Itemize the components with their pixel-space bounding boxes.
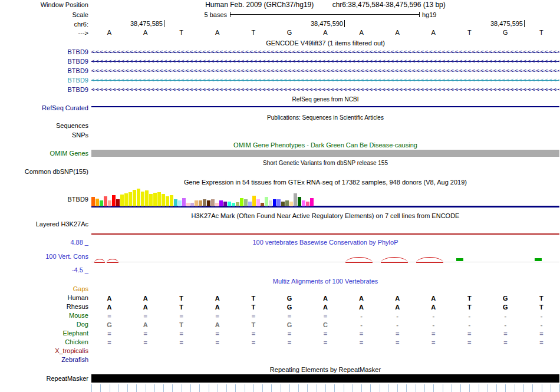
- gtex-expression-bar[interactable]: [289, 202, 293, 206]
- multiz-alignment-row[interactable]: [91, 356, 559, 365]
- gtex-expression-bar[interactable]: [269, 200, 272, 206]
- gtex-expression-bar[interactable]: [207, 200, 210, 206]
- gtex-expression-bar[interactable]: [137, 189, 140, 206]
- alignment-base: [452, 356, 487, 365]
- gtex-expression-bar[interactable]: [219, 200, 223, 206]
- gtex-expression-bar[interactable]: [149, 194, 153, 206]
- gtex-expression-bar[interactable]: [244, 199, 248, 206]
- guideline-tick: [416, 384, 416, 392]
- refseq-gene-bar[interactable]: [91, 106, 559, 107]
- gtex-expression-bar[interactable]: [186, 203, 190, 206]
- alignment-base: A: [199, 294, 235, 303]
- gtex-expression-bar[interactable]: [124, 193, 128, 206]
- alignment-base: T: [523, 294, 559, 303]
- multiz-alignment-row[interactable]: AATATGAAAATGT: [91, 294, 559, 303]
- alignment-base: -: [452, 321, 487, 330]
- gtex-expression-bar[interactable]: [195, 200, 198, 206]
- conservation-positive-mark: [535, 258, 542, 261]
- gtex-expression-bar[interactable]: [261, 203, 264, 206]
- guideline-tick: [245, 384, 245, 392]
- gtex-expression-bar[interactable]: [302, 200, 305, 206]
- alignment-base: =: [235, 312, 271, 321]
- multiz-alignment-row[interactable]: [91, 347, 559, 356]
- multiz-alignment-row[interactable]: =============: [91, 338, 559, 347]
- gtex-expression-bar[interactable]: [240, 198, 243, 206]
- gtex-expression-bar[interactable]: [108, 200, 111, 206]
- gtex-expression-bar[interactable]: [95, 199, 99, 206]
- gtex-expression-bar[interactable]: [104, 196, 107, 206]
- gtex-expression-bar[interactable]: [145, 190, 149, 206]
- gtex-expression-bar[interactable]: [223, 202, 227, 206]
- gtex-expression-bar[interactable]: [281, 202, 285, 206]
- gtex-expression-bar[interactable]: [211, 199, 215, 206]
- gtex-expression-bar[interactable]: [112, 195, 116, 206]
- gtex-expression-bar[interactable]: [153, 193, 157, 206]
- gtex-expression-bar[interactable]: [174, 199, 177, 206]
- alignment-base: [199, 356, 235, 365]
- gtex-expression-bar[interactable]: [100, 200, 103, 206]
- alignment-base: [380, 285, 416, 294]
- omim-gene-bar[interactable]: [91, 150, 559, 157]
- alignment-base: [307, 347, 343, 356]
- gtex-expression-bar[interactable]: [248, 202, 252, 206]
- alignment-base: =: [452, 330, 487, 338]
- scale-bar: [230, 12, 420, 17]
- gtex-expression-bar[interactable]: [252, 196, 256, 206]
- gtex-expression-bar[interactable]: [232, 203, 235, 206]
- gtex-expression-bar[interactable]: [256, 199, 260, 206]
- alignment-base: =: [487, 338, 523, 347]
- gtex-expression-bar[interactable]: [298, 197, 301, 206]
- multiz-alignment-row[interactable]: =======------: [91, 312, 559, 321]
- alignment-base: G: [91, 321, 127, 330]
- gtex-expression-bar[interactable]: [120, 195, 124, 206]
- repeatmasker-element-bar[interactable]: [91, 374, 559, 383]
- gtex-expression-bar[interactable]: [277, 199, 281, 206]
- alignment-base: -: [523, 312, 559, 321]
- gtex-expression-bar[interactable]: [91, 197, 95, 206]
- gencode-transcript-label: BTBD9: [0, 48, 88, 55]
- gtex-expression-bar[interactable]: [306, 202, 309, 206]
- conservation-baseline[interactable]: [91, 262, 559, 262]
- gtex-expression-bar[interactable]: [285, 200, 289, 206]
- gtex-expression-bar[interactable]: [178, 200, 182, 206]
- guideline-tick: [551, 384, 551, 392]
- multiz-alignment-row[interactable]: GATATGC------: [91, 321, 559, 330]
- gtex-expression-bar[interactable]: [166, 196, 169, 206]
- gtex-expression-bar[interactable]: [157, 192, 161, 206]
- gtex-expression-bar[interactable]: [236, 202, 239, 206]
- alignment-base: [271, 356, 307, 365]
- multiz-alignment-row[interactable]: =============: [91, 330, 559, 338]
- alignment-base: =: [271, 330, 307, 338]
- gtex-expression-bar[interactable]: [116, 199, 120, 206]
- gtex-expression-bar[interactable]: [310, 198, 314, 206]
- alignment-base: =: [91, 330, 127, 338]
- gtex-expression-bar[interactable]: [203, 199, 206, 206]
- guideline-tick: [253, 384, 254, 392]
- alignment-base: =: [271, 338, 307, 347]
- gtex-expression-bar[interactable]: [228, 202, 231, 206]
- gencode-transcript[interactable]: <<<<<<<<<<<<<<<<<<<<<<<<<<<<<<<<<<<<<<<<…: [91, 48, 559, 56]
- multiz-alignment-row[interactable]: [91, 285, 559, 294]
- gtex-expression-bar[interactable]: [129, 192, 132, 206]
- gtex-expression-bar[interactable]: [265, 197, 268, 206]
- multiz-species-label: X_tropicalis: [0, 347, 88, 354]
- gtex-expression-bar[interactable]: [199, 200, 202, 206]
- multiz-alignment-row[interactable]: AATATGAAAATGT: [91, 303, 559, 312]
- gtex-expression-bar[interactable]: [170, 195, 173, 206]
- gtex-expression-bar[interactable]: [190, 203, 194, 206]
- base-letter: A: [416, 29, 452, 36]
- alignment-base: -: [416, 312, 452, 321]
- guideline-tick: [154, 384, 155, 392]
- gtex-expression-bar[interactable]: [133, 190, 136, 206]
- gtex-expression-bar[interactable]: [182, 198, 186, 206]
- gencode-transcript[interactable]: <<<<<<<<<<<<<<<<<<<<<<<<<<<<<<<<<<<<<<<<…: [91, 67, 559, 75]
- gtex-expression-bar[interactable]: [215, 203, 219, 206]
- gencode-transcript[interactable]: <<<<<<<<<<<<<<<<<<<<<<<<<<<<<<<<<<<<<<<<…: [91, 58, 559, 65]
- gtex-expression-bar[interactable]: [273, 199, 276, 206]
- gtex-expression-bar[interactable]: [141, 192, 144, 206]
- gtex-expression-bar[interactable]: [162, 194, 165, 206]
- gtex-expression-bar[interactable]: [294, 193, 297, 206]
- h3k27ac-signal-line[interactable]: [91, 233, 559, 235]
- gencode-transcript[interactable]: <<<<<<<<<<<<<<<<<<<<<<<<<<<<<<<<<<<<<<<<…: [91, 86, 559, 94]
- gencode-transcript[interactable]: <<<<<<<<<<<<<<<<<<<<<<<<<<<<<<<<<<<<<<<<…: [91, 77, 559, 84]
